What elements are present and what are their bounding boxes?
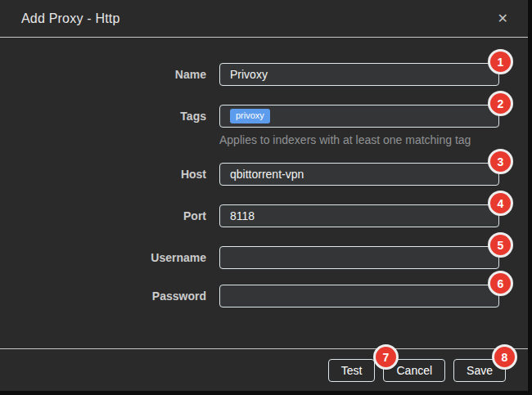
annotation-badge-5: 5 (488, 232, 513, 258)
name-input[interactable] (219, 63, 499, 86)
port-input[interactable] (219, 204, 499, 227)
close-icon[interactable]: ✕ (494, 9, 512, 29)
tags-input[interactable]: privoxy (219, 105, 499, 128)
add-proxy-modal: Add Proxy - Http ✕ Name Tags privoxy App… (0, 0, 528, 391)
modal-footer: Test Cancel Save (0, 348, 528, 391)
page-title: Add Proxy - Http (21, 11, 120, 26)
username-label: Username (0, 251, 206, 264)
password-field[interactable] (219, 285, 499, 307)
host-input[interactable] (219, 163, 499, 186)
annotation-badge-2: 2 (488, 91, 513, 116)
username-field[interactable] (219, 246, 499, 269)
port-row: Port (0, 204, 528, 227)
tag-chip[interactable]: privoxy (230, 109, 270, 123)
tags-row: Tags privoxy (0, 105, 528, 128)
tags-helper-text: Applies to indexers with at least one ma… (219, 133, 528, 146)
name-row: Name (0, 63, 528, 86)
password-row: Password (0, 285, 528, 307)
annotation-badge-7: 7 (373, 344, 399, 370)
annotation-badge-8: 8 (492, 344, 517, 370)
tags-label: Tags (0, 110, 206, 123)
host-label: Host (0, 168, 206, 181)
proxy-form: Name Tags privoxy Applies to indexers wi… (0, 38, 528, 307)
password-label: Password (0, 290, 206, 303)
host-row: Host (0, 163, 528, 186)
port-label: Port (0, 209, 206, 222)
annotation-badge-4: 4 (488, 191, 513, 216)
annotation-badge-6: 6 (488, 271, 513, 296)
annotation-badge-3: 3 (488, 149, 513, 174)
modal-header: Add Proxy - Http ✕ (0, 0, 528, 38)
test-button[interactable]: Test (328, 359, 376, 382)
annotation-badge-1: 1 (488, 49, 513, 74)
name-label: Name (0, 68, 206, 81)
username-row: Username (0, 246, 528, 269)
